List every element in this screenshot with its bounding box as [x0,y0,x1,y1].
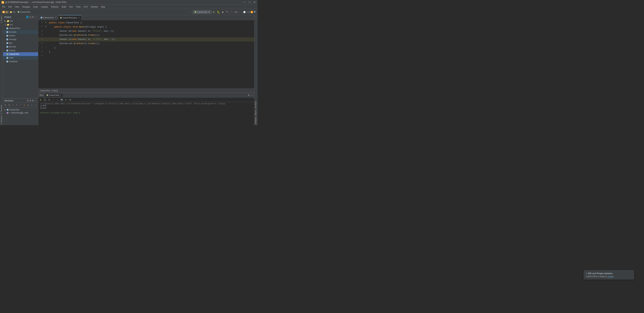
tree-item-caesartest[interactable]: C CaesarTest [3,52,38,56]
search-icon[interactable]: 🔍 [254,11,256,13]
menu-item-edit[interactable]: Edit [7,5,13,8]
sidebar-item-maven[interactable]: Maven [254,109,258,116]
run-play-button[interactable]: ▶ [39,98,42,101]
sidebar-item-favorites[interactable]: 2: Favorites [0,104,3,115]
tree-item-card[interactable]: C Card [3,56,38,60]
menu-item-refactor[interactable]: Refactor [50,5,60,8]
breadcrumb-class: CaesarTest [40,89,50,92]
close-button[interactable]: ✕ [253,1,256,4]
tree-item-account[interactable]: C Account [3,30,38,34]
menu-item-help[interactable]: Help [100,5,106,8]
run-scroll-up-button[interactable]: ↑ [52,98,55,101]
run-scroll-down-button[interactable]: ↓ [56,98,59,101]
struct-btn-f[interactable]: f [19,103,22,107]
run-config-selector[interactable]: C CaesarTest ▼ [193,10,212,14]
tree-item-box[interactable]: C Box [3,41,38,45]
menu-item-navigate[interactable]: Navigate [21,5,31,8]
tab-caesar[interactable]: C Caesar.java ✕ [39,15,58,20]
tab-close-caesar[interactable]: ✕ [55,16,56,18]
project-icon-sort[interactable]: ⇅ [29,16,31,18]
tree-item-src[interactable]: ▼ 📁 src [3,23,38,26]
run-arrow-1[interactable]: ▶ [45,21,46,24]
run-button[interactable]: ▶ [212,10,216,14]
editor-check-icon: ✓ [255,16,257,18]
tree-item-boxtest[interactable]: C BoxTest [3,45,38,49]
tree-item-animal[interactable]: C Animal [3,34,38,37]
run-tab-caesartest[interactable]: C CaesarTest ✕ [45,94,62,97]
structure-settings-icon[interactable]: ⚙ [32,99,34,102]
run-arrow-2[interactable]: ▶ [45,25,46,28]
run-settings-icon[interactable]: ⚙ [248,94,250,96]
fold-arrow-7[interactable]: ⬦ [46,46,46,48]
sidebar-item-project[interactable]: 1: Project [0,15,3,24]
tree-item-abstracttest[interactable]: C AbstractTest [3,26,38,30]
structure-class-item[interactable]: ▼ C CaesarTest [4,108,38,111]
git-branch[interactable]: ⑆ [249,11,250,13]
menu-item-run[interactable]: Run [68,5,74,8]
run-screenshot-button[interactable]: 📷 [60,98,64,101]
sidebar-item-database[interactable]: Database [254,116,258,125]
tree-item-out[interactable]: ▶ 📁 out [3,19,38,23]
run-command: "D:\IntelliJ IDEA 2019.1.3\jre64\bin\jav… [40,103,252,105]
menu-item-build[interactable]: Build [60,5,68,8]
struct-btn-a[interactable]: A [23,103,26,107]
sidebar-item-structure[interactable]: Z: Structure [0,115,3,125]
run-wrap-button[interactable]: ↵ [64,98,68,101]
project-icon-settings[interactable]: ⚙ [32,16,34,18]
run-rerun-button[interactable]: ↻ [47,98,51,101]
breadcrumb-src: src [13,11,16,13]
debug-button[interactable]: 🐛 [216,10,221,14]
menu-item-vcs[interactable]: VCS [82,5,89,8]
project-icon-minimize[interactable]: — [34,16,37,18]
structure-minimize-icon[interactable]: — [34,99,37,102]
tab-close-caesartest[interactable]: ✕ [78,16,80,19]
run-tab-close[interactable]: ✕ [60,94,62,96]
git-history[interactable]: 🕐 [243,11,246,13]
git-check1[interactable]: ✓ [238,11,240,13]
sidebar-item-ant-build[interactable]: Ant Build [254,101,258,109]
structure-sort2-icon[interactable]: ⇅ [29,99,31,102]
menu-item-view[interactable]: View [14,5,20,8]
tree-label-abstracttest: AbstractTest [9,27,20,29]
run-stop-button[interactable]: ⬛ [43,98,47,101]
structure-sort1-icon[interactable]: ⇅ [27,99,29,102]
run-header: Run: C CaesarTest ✕ ⚙ — [38,93,254,97]
struct-btn-circle[interactable]: ● [30,103,34,107]
build-button[interactable]: 🔨 [225,10,229,13]
structure-method-item[interactable]: ⬤ m main(String[]): void [4,111,38,114]
struct-btn-star[interactable]: ✦ [26,103,30,107]
menu-item-file[interactable]: File [1,5,6,8]
git-section: Git: ✓ ✓ 🕐 ↩ ⑆ 🔼 🔍 [234,11,256,13]
struct-btn-more[interactable]: » [34,103,38,107]
struct-btn-sort-type[interactable]: ⇅ [8,103,11,107]
code-content-5: Caesar c1=new Caesar( m: "3-3?4", key: -… [48,37,254,41]
run-minimize-icon[interactable]: — [251,94,253,96]
project-icon-globe[interactable]: 🌐 [26,16,29,18]
tab-caesartest[interactable]: C CaesarTest.java ✕ [58,15,82,20]
back-button[interactable]: ← [188,10,192,14]
menu-item-analyze[interactable]: Analyze [40,5,50,8]
minimize-button[interactable]: — [242,1,246,4]
java-icon-card: C [6,57,8,59]
git-push[interactable]: 🔼 [250,11,253,13]
run-output-line-2: 1+1=2 [40,107,252,109]
stop-button[interactable]: ⬛ [230,10,234,13]
menu-item-window[interactable]: Window [90,5,99,8]
tree-arrow-src: ▼ [4,24,6,26]
git-check2[interactable]: ✓ [241,11,242,13]
menu-item-tools[interactable]: Tools [75,5,82,8]
code-line-6: 6 System.out.println(c1.trans()); [38,41,254,46]
run-with-coverage-button[interactable]: ▶ [222,10,224,13]
tree-item-average[interactable]: C Average [3,37,38,41]
maximize-button[interactable]: □ [248,1,251,4]
run-filter-button[interactable]: ⇅ [68,98,72,101]
code-editor[interactable]: 1 ▶ public class CaesarTest { 2 ▶ public… [38,20,254,88]
struct-btn-1[interactable]: 1 [11,103,14,107]
git-undo[interactable]: ↩ [246,11,248,13]
tree-item-carddeal[interactable]: C CardDeal [3,60,38,63]
struct-btn-sort-alpha[interactable]: ⇅ [4,103,7,107]
struct-btn-p[interactable]: P [15,103,18,107]
run-config-name: CaesarTest [197,11,207,13]
tree-item-caesar[interactable]: C Caesar [3,49,38,52]
menu-item-code[interactable]: Code [32,5,39,8]
